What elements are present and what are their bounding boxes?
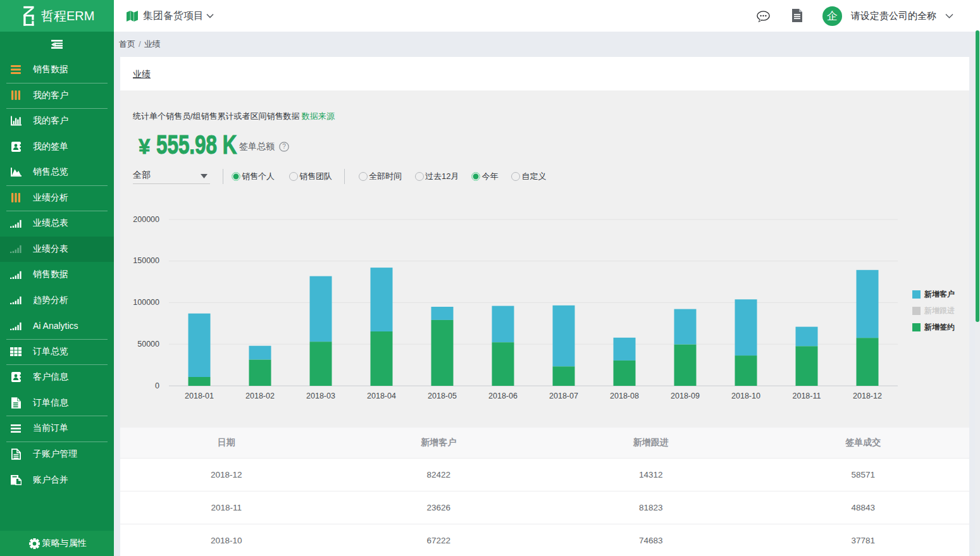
svg-text:2018-07: 2018-07 xyxy=(549,392,578,400)
svg-text:2018-08: 2018-08 xyxy=(610,392,639,400)
svg-text:2018-03: 2018-03 xyxy=(306,392,335,400)
svg-text:0: 0 xyxy=(155,381,159,390)
svg-text:50000: 50000 xyxy=(137,340,159,349)
svg-text:150000: 150000 xyxy=(133,256,159,265)
svg-text:2018-05: 2018-05 xyxy=(428,392,457,400)
svg-text:2018-04: 2018-04 xyxy=(367,392,396,400)
svg-text:2018-02: 2018-02 xyxy=(245,392,275,400)
svg-text:100000: 100000 xyxy=(133,298,159,307)
svg-text:2018-12: 2018-12 xyxy=(853,392,882,400)
svg-text:2018-01: 2018-01 xyxy=(185,392,214,400)
svg-text:200000: 200000 xyxy=(133,215,159,224)
svg-text:2018-10: 2018-10 xyxy=(731,392,760,400)
svg-text:2018-11: 2018-11 xyxy=(793,392,821,400)
svg-text:2018-06: 2018-06 xyxy=(488,392,518,400)
svg-text:2018-09: 2018-09 xyxy=(671,392,700,400)
